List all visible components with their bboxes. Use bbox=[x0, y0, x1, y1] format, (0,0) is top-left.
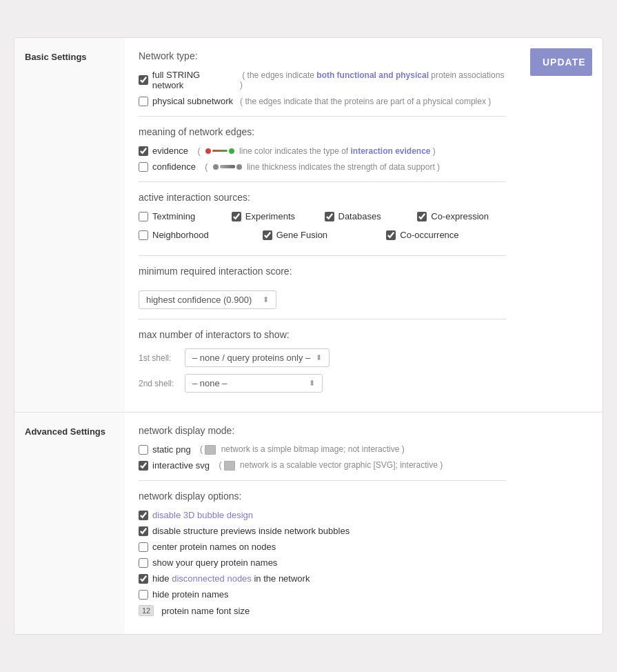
shell2-arrow: ⬍ bbox=[309, 379, 315, 388]
center-protein-checkbox[interactable] bbox=[139, 542, 148, 552]
disable-previews-row: disable structure previews inside networ… bbox=[139, 526, 506, 536]
confidence-edge-icon bbox=[213, 164, 242, 170]
evidence-highlight: interaction evidence bbox=[350, 146, 430, 156]
hide-protein-names-checkbox[interactable] bbox=[139, 590, 148, 600]
interactive-svg-label[interactable]: interactive svg bbox=[152, 460, 210, 471]
physical-sub-checkbox[interactable] bbox=[139, 97, 148, 106]
experiments-checkbox[interactable] bbox=[232, 212, 241, 221]
static-png-desc: ( network is a simple bitmap image; not … bbox=[198, 444, 405, 455]
static-png-label[interactable]: static png bbox=[152, 444, 191, 455]
evidence-row: evidence ( line color indicates the type… bbox=[139, 146, 506, 156]
interaction-sources-title: active interaction sources: bbox=[139, 192, 506, 203]
divider-2 bbox=[139, 181, 506, 182]
shell1-label: 1st shell: bbox=[139, 353, 176, 363]
advanced-settings-label: Advanced Settings bbox=[14, 413, 125, 634]
show-query-checkbox[interactable] bbox=[139, 558, 148, 568]
disable-previews-label[interactable]: disable structure previews inside networ… bbox=[152, 526, 350, 536]
disable-previews-checkbox[interactable] bbox=[139, 526, 148, 536]
min-score-value: highest confidence (0.900) bbox=[146, 295, 252, 305]
shell1-row: 1st shell: – none / query proteins only … bbox=[139, 348, 506, 367]
divider-1 bbox=[139, 116, 506, 117]
interaction-sources-row2: Neighborhood Gene Fusion Co-occurrence bbox=[139, 230, 506, 246]
textmining-checkbox[interactable] bbox=[139, 212, 148, 221]
evidence-label[interactable]: evidence bbox=[152, 146, 188, 156]
shell2-select[interactable]: – none – ⬍ bbox=[185, 374, 323, 393]
evidence-checkbox[interactable] bbox=[139, 146, 148, 156]
cooccurrence-label[interactable]: Co-occurrence bbox=[400, 230, 458, 240]
physical-sub-desc: ( the edges indicate that the proteins a… bbox=[240, 97, 491, 106]
experiments-label[interactable]: Experiments bbox=[245, 211, 295, 221]
divider-4 bbox=[139, 319, 506, 319]
databases-row: Databases bbox=[325, 211, 414, 221]
textmining-row: Textmining bbox=[139, 211, 227, 221]
interactive-svg-checkbox[interactable] bbox=[139, 461, 148, 471]
experiments-row: Experiments bbox=[232, 211, 321, 221]
genefusion-label[interactable]: Gene Fusion bbox=[276, 230, 327, 240]
full-string-desc: ( the edges indicate both functional and… bbox=[240, 70, 506, 90]
full-string-checkbox[interactable] bbox=[139, 75, 148, 85]
font-size-badge: 12 bbox=[139, 605, 154, 616]
center-protein-row: center protein names on nodes bbox=[139, 542, 506, 552]
neighborhood-label[interactable]: Neighborhood bbox=[152, 230, 209, 240]
interaction-sources-row1: Textmining Experiments Databases Co-expr… bbox=[139, 211, 506, 227]
basic-settings-label: Basic Settings bbox=[14, 38, 125, 412]
confidence-row: confidence ( line thickness indicates th… bbox=[139, 161, 506, 172]
update-button[interactable]: UPDATE bbox=[530, 48, 592, 76]
disable-3d-checkbox[interactable] bbox=[139, 511, 148, 520]
confidence-checkbox[interactable] bbox=[139, 162, 148, 172]
interactive-svg-row: interactive svg ( network is a scalable … bbox=[139, 460, 506, 471]
neighborhood-row: Neighborhood bbox=[139, 230, 259, 240]
genefusion-checkbox[interactable] bbox=[263, 230, 272, 240]
show-query-row: show your query protein names bbox=[139, 557, 506, 568]
max-interactors-title: max number of interactors to show: bbox=[139, 329, 506, 340]
network-type-physical-row: physical subnetwork ( the edges indicate… bbox=[139, 96, 506, 106]
static-png-icon bbox=[205, 445, 216, 455]
physical-sub-label[interactable]: physical subnetwork bbox=[152, 96, 233, 106]
display-options-title: network display options: bbox=[139, 491, 506, 502]
disable-3d-row: disable 3D bubble design bbox=[139, 510, 506, 520]
textmining-label[interactable]: Textmining bbox=[152, 211, 195, 221]
show-query-label[interactable]: show your query protein names bbox=[152, 557, 277, 568]
interactive-svg-icon bbox=[224, 461, 235, 471]
confidence-desc: ( line thickness indicates the strength … bbox=[203, 162, 440, 172]
shell1-value: – none / query proteins only – bbox=[192, 353, 310, 363]
center-protein-label[interactable]: center protein names on nodes bbox=[152, 542, 276, 552]
min-score-title: minimum required interaction score: bbox=[139, 266, 506, 277]
font-size-label: protein name font size bbox=[161, 606, 250, 616]
databases-label[interactable]: Databases bbox=[338, 211, 381, 221]
display-mode-title: network display mode: bbox=[139, 425, 506, 436]
confidence-label[interactable]: confidence bbox=[152, 161, 196, 172]
disable-3d-label[interactable]: disable 3D bubble design bbox=[152, 510, 253, 520]
coexpression-label[interactable]: Co-expression bbox=[431, 211, 489, 221]
hide-protein-names-label[interactable]: hide protein names bbox=[152, 589, 229, 600]
interactive-svg-desc: ( network is a scalable vector graphic [… bbox=[216, 460, 443, 471]
static-png-checkbox[interactable] bbox=[139, 445, 148, 455]
coexpression-checkbox[interactable] bbox=[417, 212, 427, 221]
shell1-select[interactable]: – none / query proteins only – ⬍ bbox=[185, 348, 330, 367]
evidence-desc: ( line color indicates the type of inter… bbox=[195, 146, 436, 156]
hide-protein-names-row: hide protein names bbox=[139, 589, 506, 600]
min-score-select[interactable]: highest confidence (0.900) ⬍ bbox=[139, 290, 276, 309]
full-string-label[interactable]: full STRING network bbox=[152, 70, 233, 90]
full-string-highlight: both functional and physical bbox=[316, 70, 429, 80]
network-type-full-row: full STRING network ( the edges indicate… bbox=[139, 70, 506, 90]
update-btn-area: UPDATE bbox=[520, 38, 603, 412]
hide-disconnected-row: hide disconnected nodes in the network bbox=[139, 573, 506, 584]
neighborhood-checkbox[interactable] bbox=[139, 230, 148, 240]
shell2-value: – none – bbox=[192, 378, 227, 388]
divider-3 bbox=[139, 255, 506, 256]
min-score-arrow: ⬍ bbox=[263, 295, 269, 304]
shell1-arrow: ⬍ bbox=[316, 353, 322, 362]
databases-checkbox[interactable] bbox=[325, 212, 334, 221]
shell2-row: 2nd shell: – none – ⬍ bbox=[139, 374, 506, 393]
hide-disconnected-label[interactable]: hide disconnected nodes in the network bbox=[152, 573, 310, 584]
hide-disconnected-checkbox[interactable] bbox=[139, 574, 148, 584]
hide-disconnected-highlight: disconnected nodes bbox=[172, 573, 252, 584]
font-size-row: 12 protein name font size bbox=[139, 605, 506, 616]
edges-meaning-title: meaning of network edges: bbox=[139, 126, 506, 137]
cooccurrence-checkbox[interactable] bbox=[386, 230, 396, 240]
coexpression-row: Co-expression bbox=[417, 211, 506, 221]
shell2-label: 2nd shell: bbox=[139, 379, 176, 388]
static-png-row: static png ( network is a simple bitmap … bbox=[139, 444, 506, 455]
divider-5 bbox=[139, 480, 506, 481]
